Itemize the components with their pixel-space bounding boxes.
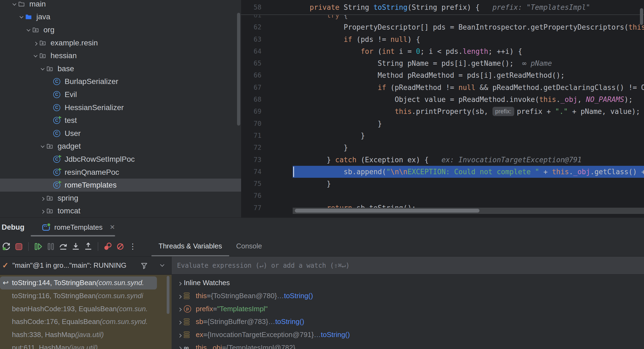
stack-frame-row[interactable]: toString:116, ToStringBean (com.sun.synd… <box>0 289 172 303</box>
pause-button[interactable] <box>45 240 57 253</box>
code-editor[interactable]: 61try {62PropertyDescriptor[] pds = Bean… <box>241 0 644 217</box>
chevron-right-icon[interactable] <box>41 197 45 201</box>
code-line-65[interactable]: 65String pName = pds[i].getName(); ∞ pNa… <box>241 57 644 69</box>
line-number[interactable]: 67 <box>241 82 293 94</box>
tree-item-hessianserializer[interactable]: CHessianSerializer <box>0 101 241 114</box>
variable-row-this-obj[interactable]: ∞this._obj = {TemplatesImpl@782} <box>176 341 644 349</box>
tree-item-user[interactable]: CUser <box>0 127 241 140</box>
code-line-74[interactable]: 74sb.append("\n\nEXCEPTION: Could not co… <box>241 166 644 178</box>
code-line-69[interactable]: 69this.printProperty(sb, prefix:prefix +… <box>241 105 644 117</box>
chevron-down-icon[interactable] <box>160 263 165 267</box>
editor-horizontal-scrollbar[interactable] <box>293 208 644 214</box>
code-line-64[interactable]: 64for (int i = 0; i < pds.length; ++i) { <box>241 45 644 57</box>
tree-item-main[interactable]: main <box>0 0 241 11</box>
line-number[interactable]: 58 <box>241 0 293 15</box>
tree-item-spring[interactable]: spring <box>0 192 241 205</box>
more-options-button[interactable]: ⋮ <box>127 240 139 253</box>
stack-frame-row[interactable]: put:611, HashMap (java.util) <box>0 341 172 349</box>
line-number[interactable]: 63 <box>241 33 293 45</box>
code-line-66[interactable]: 66Method pReadMethod = pds[i].getReadMet… <box>241 69 644 81</box>
frames-scrollbar-thumb[interactable] <box>167 276 169 314</box>
line-number[interactable]: 68 <box>241 94 293 105</box>
chevron-down-icon[interactable] <box>20 15 23 18</box>
chevron-right-icon[interactable] <box>178 334 182 337</box>
filter-icon[interactable] <box>140 261 148 270</box>
chevron-down-icon[interactable] <box>41 144 45 148</box>
tree-item-java[interactable]: java <box>0 11 241 24</box>
code-line-67[interactable]: 67if (pReadMethod != null && pReadMethod… <box>241 82 644 94</box>
tree-item-hessian[interactable]: hessian <box>0 49 241 62</box>
tree-item-rometemplates[interactable]: CromeTemplates <box>0 179 241 192</box>
chevron-right-icon[interactable] <box>41 210 45 214</box>
chevron-right-icon[interactable] <box>178 308 182 311</box>
line-number[interactable]: 66 <box>241 69 293 81</box>
chevron-down-icon[interactable] <box>27 27 30 31</box>
stack-frame-row[interactable]: ↩toString:144, ToStringBean (com.sun.syn… <box>0 276 157 289</box>
tostring-link[interactable]: toString() <box>284 292 313 300</box>
view-breakpoints-button[interactable] <box>102 240 114 253</box>
chevron-down-icon[interactable] <box>41 66 45 70</box>
line-number[interactable]: 74 <box>241 166 293 178</box>
stack-frame-row[interactable]: hashCode:176, EqualsBean (com.sun.synd. <box>0 315 172 328</box>
tree-item-burlapserializer[interactable]: CBurlapSerializer <box>0 75 241 88</box>
chevron-right-icon[interactable] <box>178 347 182 349</box>
mute-breakpoints-button[interactable] <box>114 240 127 253</box>
variable-row-prefix[interactable]: pprefix = "TemplatesImpl" <box>176 302 644 315</box>
tostring-link[interactable]: toString() <box>275 317 304 326</box>
code-line-68[interactable]: 68Object value = pReadMethod.invoke(this… <box>241 94 644 105</box>
chevron-right-icon[interactable] <box>178 282 182 286</box>
tree-item-evil[interactable]: CEvil <box>0 88 241 101</box>
editor-vertical-scrollbar-thumb[interactable] <box>640 8 643 25</box>
stack-frame-row[interactable]: beanHashCode:193, EqualsBean (com.sun. <box>0 302 172 315</box>
step-over-button[interactable] <box>57 240 70 253</box>
line-number[interactable]: 65 <box>241 57 293 69</box>
tree-item-base[interactable]: base <box>0 62 241 75</box>
tree-item-org[interactable]: org <box>0 23 241 36</box>
chevron-right-icon[interactable] <box>34 42 37 45</box>
code-line-71[interactable]: 71} <box>241 130 644 142</box>
line-number[interactable]: 73 <box>241 154 293 166</box>
code-line-75[interactable]: 75} <box>241 178 644 190</box>
tab-threads-variables[interactable]: Threads & Variables <box>151 237 229 256</box>
line-number[interactable]: 75 <box>241 178 293 190</box>
code-line-73[interactable]: 73} catch (Exception ex) { ex: Invocatio… <box>241 154 644 166</box>
debug-session-tab[interactable]: romeTemplates ✕ <box>42 223 115 232</box>
line-number[interactable]: 62 <box>241 21 293 33</box>
tostring-link[interactable]: toString() <box>321 331 350 339</box>
resume-button[interactable] <box>32 240 45 253</box>
code-line-76[interactable]: 76 <box>241 190 644 202</box>
step-into-button[interactable] <box>70 240 82 253</box>
tree-item-test[interactable]: Ctest <box>0 114 241 127</box>
chevron-down-icon[interactable] <box>12 2 16 5</box>
code-line-63[interactable]: 63if (pds != null) { <box>241 33 644 45</box>
close-tab-icon[interactable]: ✕ <box>110 223 115 231</box>
evaluate-expression-input[interactable]: Evaluate expression (↵) or add a watch (… <box>172 257 644 274</box>
tree-item-resinqnamepoc[interactable]: CresinQnamePoc <box>0 166 241 179</box>
stop-button[interactable] <box>12 240 25 253</box>
code-line-70[interactable]: 70} <box>241 118 644 130</box>
chevron-down-icon[interactable] <box>34 54 37 57</box>
sticky-code-line-58[interactable]: 58private String toString(String prefix)… <box>241 0 644 15</box>
line-number[interactable]: 70 <box>241 118 293 130</box>
variable-row-this[interactable]: this = {ToStringBean@780} … toString() <box>176 289 644 303</box>
tree-item-gadget[interactable]: gadget <box>0 140 241 153</box>
rerun-button[interactable] <box>0 240 12 253</box>
tree-scrollbar-thumb[interactable] <box>237 13 240 126</box>
variable-row-ex[interactable]: ex = {InvocationTargetException@791} … t… <box>176 328 644 341</box>
line-number[interactable]: 76 <box>241 190 293 202</box>
tree-item-jdbcrowsetimplpoc[interactable]: CJdbcRowSetImplPoc <box>0 153 241 166</box>
step-out-button[interactable] <box>82 240 94 253</box>
code-line-72[interactable]: 72} <box>241 142 644 154</box>
line-number[interactable]: 64 <box>241 45 293 57</box>
thread-status-selector[interactable]: ✓ "main"@1 in gro..."main": RUNNING <box>0 257 172 274</box>
variable-row-sb[interactable]: sb = {StringBuffer@783} … toString() <box>176 315 644 328</box>
chevron-right-icon[interactable] <box>178 321 182 325</box>
line-number[interactable]: 77 <box>241 202 293 214</box>
tree-item-tomcat[interactable]: tomcat <box>0 205 241 218</box>
line-number[interactable]: 69 <box>241 105 293 117</box>
variables-group-row[interactable]: Inline Watches <box>176 276 644 289</box>
line-number[interactable]: 71 <box>241 130 293 142</box>
stack-frame-row[interactable]: hash:338, HashMap (java.util) <box>0 328 172 341</box>
tree-item-example-resin[interactable]: example.resin <box>0 36 241 49</box>
tab-console[interactable]: Console <box>229 237 269 256</box>
